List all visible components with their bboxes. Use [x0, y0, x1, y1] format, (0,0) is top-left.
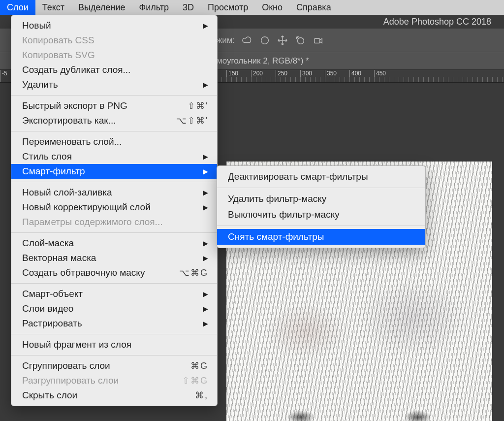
menu-слои[interactable]: Слои — [0, 0, 35, 15]
layers-menu-item[interactable]: Стиль слоя▶ — [11, 149, 217, 164]
move-icon[interactable] — [277, 35, 288, 46]
layers-menu-item[interactable]: Векторная маска▶ — [11, 251, 217, 265]
layers-menu-item[interactable]: Создать обтравочную маску⌥⌘G — [11, 265, 217, 280]
layers-menu-item: Разгруппировать слои⇧⌘G — [11, 373, 217, 388]
menubar: СлоиТекстВыделениеФильтр3DПросмотрОкноСп… — [0, 0, 504, 15]
submenu-arrow-icon: ▶ — [203, 239, 208, 247]
menu-item-label: Выключить фильтр-маску — [228, 209, 416, 220]
menu-separator — [11, 283, 217, 284]
menu-item-shortcut: ⌘, — [195, 390, 208, 401]
submenu-arrow-icon: ▶ — [203, 305, 208, 313]
layers-menu-item[interactable]: Смарт-фильтр▶ — [11, 164, 217, 179]
layers-menu-item[interactable]: Удалить▶ — [11, 77, 217, 92]
menu-выделение[interactable]: Выделение — [71, 0, 132, 15]
menu-separator — [217, 188, 425, 188]
menu-item-label: Разгруппировать слои — [22, 375, 167, 386]
layers-menu-item: Параметры содержимого слоя... — [11, 215, 217, 229]
menu-separator — [11, 95, 217, 96]
layers-menu-item[interactable]: Новый фрагмент из слоя — [11, 337, 217, 352]
svg-rect-2 — [315, 38, 320, 43]
layers-menu-item[interactable]: Новый слой-заливка▶ — [11, 185, 217, 200]
ruler-tick-label: 350 — [327, 70, 337, 77]
menu-item-label: Новый слой-заливка — [22, 187, 193, 198]
layers-menu-item: Копировать CSS — [11, 33, 217, 48]
ruler-tick-label: 250 — [278, 70, 287, 77]
menu-item-label: Новый корректирующий слой — [22, 202, 193, 213]
menu-item-label: Быстрый экспорт в PNG — [22, 100, 173, 111]
layers-menu-item[interactable]: Смарт-объект▶ — [11, 287, 217, 301]
layers-menu-item[interactable]: Быстрый экспорт в PNG⇧⌘' — [11, 98, 217, 113]
document-tab[interactable]: моугольник 2, RGB/8*) * — [217, 56, 309, 66]
smart-filter-submenu-item[interactable]: Удалить фильтр-маску — [217, 191, 425, 207]
menu-item-label: Снять смарт-фильтры — [228, 231, 416, 242]
smart-filter-submenu: Деактивировать смарт-фильтрыУдалить филь… — [217, 165, 426, 248]
ruler-tick-label: 150 — [228, 70, 238, 77]
layers-menu-item[interactable]: Переименовать слой... — [11, 134, 217, 149]
menu-item-label: Создать дубликат слоя... — [22, 65, 208, 75]
ruler-tick-label: 450 — [376, 70, 386, 77]
layers-menu-item[interactable]: Слой-маска▶ — [11, 236, 217, 251]
menu-3d[interactable]: 3D — [176, 0, 201, 15]
menu-item-shortcut: ⌥⇧⌘' — [176, 115, 208, 126]
layers-menu-item[interactable]: Новый корректирующий слой▶ — [11, 200, 217, 215]
menu-item-label: Растрировать — [22, 318, 193, 329]
menu-item-label: Новый — [22, 20, 193, 31]
submenu-arrow-icon: ▶ — [203, 203, 208, 211]
layers-menu-item[interactable]: Сгруппировать слои⌘G — [11, 358, 217, 373]
menu-item-label: Стиль слоя — [22, 151, 193, 162]
submenu-arrow-icon: ▶ — [203, 290, 208, 298]
ruler-tick-label: 400 — [351, 70, 361, 77]
menu-item-label: Векторная маска — [22, 253, 193, 263]
menu-item-shortcut: ⌘G — [190, 360, 208, 371]
smart-filter-submenu-item[interactable]: Выключить фильтр-маску — [217, 207, 425, 223]
menu-item-label: Скрыть слои — [22, 390, 180, 401]
smart-filter-submenu-item[interactable]: Деактивировать смарт-фильтры — [217, 169, 425, 185]
menu-separator — [11, 355, 217, 356]
submenu-arrow-icon: ▶ — [203, 254, 208, 262]
menu-item-label: Смарт-фильтр — [22, 166, 193, 177]
menu-просмотр[interactable]: Просмотр — [201, 0, 255, 15]
layers-menu-item[interactable]: Скрыть слои⌘, — [11, 388, 217, 403]
menu-separator — [11, 334, 217, 334]
menu-окно[interactable]: Окно — [255, 0, 289, 15]
layers-menu-item: Копировать SVG — [11, 48, 217, 63]
camera-icon[interactable] — [313, 35, 323, 46]
submenu-arrow-icon: ▶ — [203, 22, 208, 30]
menu-текст[interactable]: Текст — [35, 0, 71, 15]
menu-item-label: Копировать CSS — [22, 35, 208, 46]
menu-item-label: Слои видео — [22, 303, 193, 314]
smart-filter-submenu-item[interactable]: Снять смарт-фильтры — [217, 229, 425, 245]
menu-item-label: Сгруппировать слои — [22, 360, 176, 371]
menu-item-label: Удалить — [22, 79, 193, 90]
menu-separator — [11, 182, 217, 182]
rotate-icon[interactable] — [295, 35, 306, 46]
submenu-arrow-icon: ▶ — [203, 81, 208, 89]
cloud-icon[interactable] — [242, 35, 252, 46]
menu-item-label: Переименовать слой... — [22, 136, 208, 147]
submenu-arrow-icon: ▶ — [203, 189, 208, 196]
layers-menu-item[interactable]: Экспортировать как...⌥⇧⌘' — [11, 113, 217, 128]
ruler-tick-label: 200 — [253, 70, 263, 77]
ruler-tick-label: -5 — [2, 70, 7, 77]
menu-справка[interactable]: Справка — [289, 0, 338, 15]
menu-item-shortcut: ⇧⌘G — [182, 375, 208, 386]
layers-menu: Новый▶Копировать CSSКопировать SVGСоздат… — [11, 15, 218, 406]
mode-label: жим: — [217, 35, 235, 45]
layers-menu-item[interactable]: Новый▶ — [11, 18, 217, 33]
menu-item-shortcut: ⌥⌘G — [179, 267, 208, 278]
submenu-arrow-icon: ▶ — [203, 320, 208, 327]
menu-item-shortcut: ⇧⌘' — [188, 100, 208, 111]
menu-item-label: Смарт-объект — [22, 289, 193, 299]
svg-point-1 — [298, 37, 304, 44]
submenu-arrow-icon: ▶ — [203, 153, 208, 161]
layers-menu-item[interactable]: Слои видео▶ — [11, 301, 217, 316]
menu-фильтр[interactable]: Фильтр — [132, 0, 176, 15]
submenu-arrow-icon: ▶ — [203, 167, 208, 175]
menu-item-label: Слой-маска — [22, 238, 193, 249]
circle-icon[interactable] — [259, 35, 270, 46]
layers-menu-item[interactable]: Создать дубликат слоя... — [11, 63, 217, 77]
layers-menu-item[interactable]: Растрировать▶ — [11, 316, 217, 331]
menu-item-label: Создать обтравочную маску — [22, 267, 164, 278]
menu-item-label: Деактивировать смарт-фильтры — [228, 171, 416, 182]
ruler-tick-label: 300 — [302, 70, 312, 77]
